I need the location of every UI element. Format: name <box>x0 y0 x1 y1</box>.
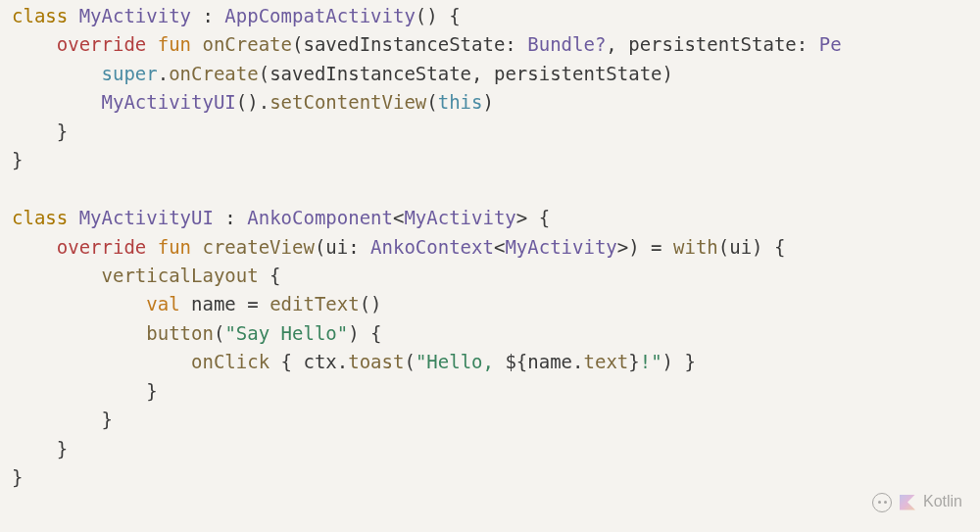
code-token: onClick <box>191 351 270 372</box>
code-token: >) = <box>617 236 673 258</box>
code-token: persistentState <box>494 63 662 84</box>
code-token: > { <box>516 207 550 228</box>
code-token: setContentView <box>270 91 426 113</box>
code-token: , <box>471 63 494 84</box>
code-token: { <box>270 351 303 372</box>
code-token: } <box>12 149 23 170</box>
watermark-label: Kotlin <box>923 490 962 514</box>
code-token: } <box>12 121 68 142</box>
code-token: super <box>102 63 158 84</box>
code-token: editText <box>270 293 360 314</box>
code-token: Bundle? <box>527 33 606 55</box>
code-token: ( <box>214 322 224 344</box>
code-token: < <box>494 236 505 258</box>
code-token: ) <box>662 63 673 84</box>
code-token: . <box>337 351 348 372</box>
code-token: : <box>348 236 370 258</box>
code-token: (). <box>236 91 270 113</box>
code-token: override <box>57 33 158 55</box>
code-token: savedInstanceState <box>303 33 505 55</box>
code-token: createView <box>202 236 314 258</box>
code-token: name <box>191 293 236 314</box>
code-token: ( <box>259 63 270 84</box>
code-token: . <box>572 351 583 372</box>
code-token: ( <box>718 236 729 258</box>
code-token <box>12 265 102 286</box>
code-token <box>12 91 102 113</box>
code-token <box>12 293 146 314</box>
code-token: : <box>191 5 224 26</box>
code-token: onCreate <box>202 33 292 55</box>
code-token: with <box>673 236 718 258</box>
code-token: ) <box>483 91 494 113</box>
code-token: MyActivityUI <box>79 207 214 228</box>
code-token: "Hello, <box>416 351 506 372</box>
code-token: ( <box>315 236 325 258</box>
code-token: } <box>12 466 23 488</box>
code-token: "Say Hello" <box>224 322 348 344</box>
code-token: ( <box>404 351 415 372</box>
code-token: = <box>236 293 270 314</box>
code-token: MyActivityUI <box>102 91 236 113</box>
code-token: () <box>360 293 382 314</box>
code-token: AppCompatActivity <box>224 5 415 26</box>
code-token: . <box>158 63 169 84</box>
code-token: persistentState <box>628 33 797 55</box>
code-token: ) } <box>662 351 696 372</box>
code-token: : <box>214 207 247 228</box>
code-token: } <box>12 380 158 402</box>
code-token <box>12 63 102 84</box>
code-token: MyActivity <box>79 5 191 26</box>
code-token: MyActivity <box>505 236 616 258</box>
wechat-icon <box>872 493 892 512</box>
code-token: fun <box>158 236 203 258</box>
code-token: verticalLayout <box>102 265 259 286</box>
code-token: } <box>12 409 113 430</box>
code-token: ) { <box>752 236 785 258</box>
code-token: , <box>606 33 628 55</box>
code-token: AnkoComponent <box>247 207 393 228</box>
code-token: ( <box>292 33 303 55</box>
code-token <box>12 322 146 344</box>
code-token: override <box>57 236 158 258</box>
code-token: ui <box>325 236 348 258</box>
code-token: text <box>584 351 629 372</box>
code-token <box>12 351 191 372</box>
code-token: Pe <box>819 33 842 55</box>
code-token: ${ <box>505 351 527 372</box>
code-token: ui <box>729 236 752 258</box>
code-token: toast <box>348 351 404 372</box>
code-token: this <box>438 91 483 113</box>
code-token: { <box>259 265 281 286</box>
code-token: < <box>393 207 404 228</box>
code-token: name <box>527 351 572 372</box>
code-token: AnkoContext <box>370 236 494 258</box>
code-token <box>12 236 57 258</box>
code-token <box>12 33 57 55</box>
code-token: savedInstanceState <box>270 63 471 84</box>
code-token: } <box>628 351 639 372</box>
code-token: val <box>146 293 191 314</box>
code-token: class <box>12 207 79 228</box>
watermark: Kotlin <box>872 490 962 514</box>
code-token: () { <box>416 5 461 26</box>
code-token: ( <box>426 91 437 113</box>
code-token: ctx <box>303 351 336 372</box>
code-token: onCreate <box>169 63 259 84</box>
code-token: : <box>797 33 819 55</box>
code-token: } <box>12 438 68 459</box>
code-token: : <box>505 33 527 55</box>
code-token: !" <box>640 351 662 372</box>
code-token: fun <box>158 33 203 55</box>
code-token: button <box>146 322 214 344</box>
code-token: ) { <box>348 322 381 344</box>
kotlin-logo-icon <box>900 495 915 510</box>
code-token: MyActivity <box>404 207 515 228</box>
code-token: class <box>12 5 79 26</box>
code-snippet: class MyActivity : AppCompatActivity() {… <box>0 0 980 494</box>
